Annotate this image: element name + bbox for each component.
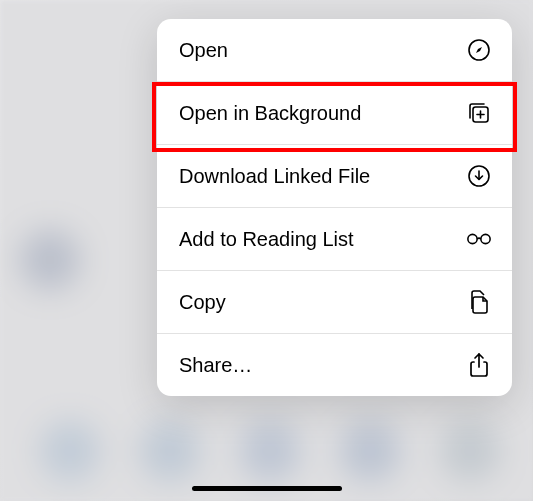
menu-item-download-linked-file[interactable]: Download Linked File xyxy=(157,145,512,208)
menu-item-copy[interactable]: Copy xyxy=(157,271,512,334)
svg-point-8 xyxy=(481,234,490,243)
blur-spot xyxy=(40,421,100,481)
menu-item-add-to-reading-list[interactable]: Add to Reading List xyxy=(157,208,512,271)
menu-item-label: Copy xyxy=(179,291,226,314)
menu-item-open-in-background[interactable]: Open in Background xyxy=(157,82,512,145)
menu-item-open[interactable]: Open xyxy=(157,19,512,82)
svg-point-7 xyxy=(468,234,477,243)
glasses-icon xyxy=(466,226,492,252)
blur-spot xyxy=(440,421,500,481)
blur-spot xyxy=(340,421,400,481)
menu-item-label: Open xyxy=(179,39,228,62)
home-indicator[interactable] xyxy=(192,486,342,491)
blur-spot xyxy=(240,421,300,481)
context-menu: Open Open in Background Download Linked … xyxy=(157,19,512,396)
download-circle-icon xyxy=(466,163,492,189)
svg-marker-1 xyxy=(476,47,482,53)
menu-item-label: Download Linked File xyxy=(179,165,370,188)
menu-item-label: Share… xyxy=(179,354,252,377)
menu-item-label: Add to Reading List xyxy=(179,228,354,251)
menu-item-label: Open in Background xyxy=(179,102,361,125)
stack-plus-icon xyxy=(466,100,492,126)
compass-icon xyxy=(466,37,492,63)
blur-spot xyxy=(140,421,200,481)
documents-icon xyxy=(466,289,492,315)
share-icon xyxy=(466,352,492,378)
blur-spot xyxy=(20,230,80,290)
menu-item-share[interactable]: Share… xyxy=(157,334,512,396)
